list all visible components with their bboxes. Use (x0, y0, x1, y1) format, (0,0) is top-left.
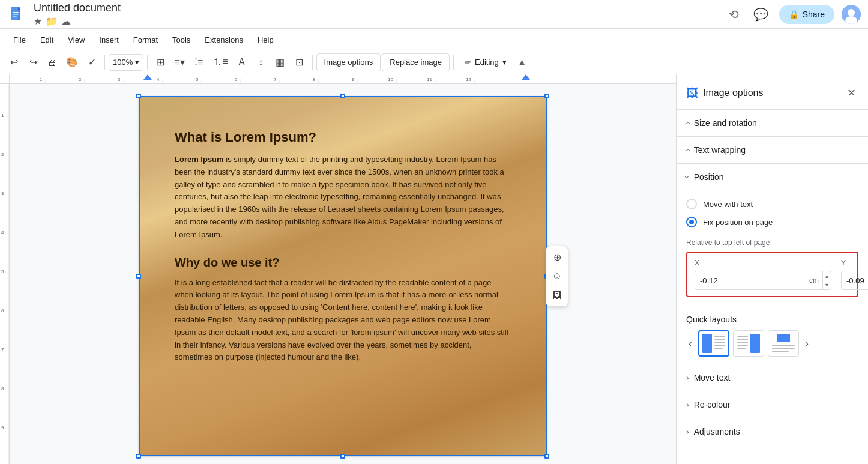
resize-handle-br[interactable] (544, 454, 549, 459)
text-wrapping-chevron: › (683, 149, 692, 152)
relative-label: Relative to top left of page (686, 238, 858, 247)
print-button[interactable]: 🖨 (43, 53, 61, 71)
side-panel-close-button[interactable]: ✕ (845, 84, 858, 102)
float-emoji-button[interactable]: ☺ (549, 268, 565, 285)
x-input[interactable] (695, 274, 806, 288)
svg-text:7: 7 (274, 77, 277, 82)
redo-button[interactable]: ↪ (24, 53, 42, 71)
replace-image-button[interactable]: Replace image (382, 53, 450, 71)
image-options-label: Image options (324, 58, 373, 67)
move-text-row[interactable]: › Move text (677, 364, 868, 391)
doc-title[interactable]: Untitled document (34, 2, 121, 14)
doc-title-area: Untitled document ★ 📁 ☁ (34, 2, 121, 27)
float-add-button[interactable]: ⊕ (549, 249, 565, 265)
vertical-ruler: 1 2 3 4 5 6 7 8 9 10 (0, 84, 10, 464)
resize-handle-ml[interactable] (136, 274, 141, 279)
menu-insert[interactable]: Insert (93, 33, 125, 47)
position-header[interactable]: › Position (677, 164, 868, 190)
fix-position-label: Fix position on page (703, 218, 773, 227)
x-steppers: ▴ ▾ (822, 271, 831, 289)
undo-button[interactable]: ↩ (5, 53, 23, 71)
bold-lorem: Lorem Ipsum (175, 155, 224, 164)
menu-file[interactable]: File (7, 33, 32, 47)
quick-layouts-section: Quick layouts ‹ (677, 307, 868, 364)
menu-edit[interactable]: Edit (34, 33, 59, 47)
crop-button[interactable]: ⊡ (291, 53, 309, 71)
folder-icon[interactable]: 📁 (46, 16, 58, 27)
highlight-button[interactable]: A (233, 53, 251, 71)
bullet-list-button[interactable]: ⁚≡ (190, 53, 208, 71)
resize-handle-tc[interactable] (340, 94, 345, 98)
fix-position-option[interactable]: Fix position on page (686, 213, 858, 231)
history-button[interactable]: ⟲ (725, 4, 743, 25)
cloud-icon[interactable]: ☁ (61, 16, 71, 27)
y-input[interactable] (842, 274, 868, 288)
svg-text:10: 10 (388, 77, 393, 82)
size-rotation-label: Size and rotation (694, 118, 858, 128)
recolour-row[interactable]: › Re-colour (677, 391, 868, 418)
layout-option-2[interactable] (733, 330, 764, 357)
image-options-button[interactable]: Image options (316, 53, 381, 71)
editing-button[interactable]: ✏ Editing ▾ (457, 53, 514, 71)
styles-button[interactable]: ≡▾ (170, 53, 188, 71)
move-text-label: Move text (694, 373, 858, 382)
recolour-chevron: › (686, 400, 689, 409)
resize-handle-tl[interactable] (136, 94, 141, 98)
star-icon[interactable]: ★ (34, 16, 42, 27)
paragraph1-text: is simply dummy text of the printing and… (175, 155, 504, 239)
menu-tools[interactable]: Tools (166, 33, 196, 47)
move-with-text-radio[interactable] (686, 199, 697, 209)
layout-option-3[interactable] (768, 330, 799, 357)
position-chevron: › (683, 176, 692, 179)
menu-extensions[interactable]: Extensions (199, 33, 249, 47)
size-rotation-header[interactable]: › Size and rotation (677, 110, 868, 136)
svg-text:9: 9 (352, 77, 355, 82)
menu-help[interactable]: Help (252, 33, 280, 47)
heading1: What is Lorem Ipsum? (175, 130, 511, 145)
horizontal-ruler: 1 2 3 4 5 6 7 8 9 10 11 12 (10, 74, 676, 84)
svg-text:1: 1 (40, 77, 43, 82)
toolbar-divider-4 (453, 55, 454, 70)
fix-position-radio[interactable] (686, 217, 697, 227)
x-stepper-down[interactable]: ▾ (823, 280, 831, 289)
numbered-list-button[interactable]: ⒈≡ (209, 53, 231, 71)
menu-view[interactable]: View (62, 33, 91, 47)
x-field: X cm ▴ ▾ (695, 259, 831, 290)
layout-option-1[interactable] (698, 330, 729, 357)
paragraph2: It is a long established fact that a rea… (175, 277, 511, 364)
move-with-text-label: Move with text (703, 200, 753, 209)
share-button[interactable]: 🔒 Share (779, 5, 834, 24)
spellcheck-button[interactable]: ✓ (83, 53, 101, 71)
comments-button[interactable]: 💬 (750, 4, 772, 25)
floating-toolbar: ⊕ ☺ 🖼 (546, 246, 568, 307)
zoom-selector[interactable]: 100% ▾ (109, 54, 143, 71)
resize-handle-tr[interactable] (544, 94, 549, 98)
add-page-button[interactable]: ⊞ (151, 53, 169, 71)
paint-format-button[interactable]: 🎨 (62, 53, 82, 71)
svg-rect-52 (714, 348, 723, 349)
move-with-text-option[interactable]: Move with text (686, 195, 858, 213)
svg-text:9: 9 (1, 425, 4, 430)
columns-button[interactable]: ▦ (271, 53, 289, 71)
line-spacing-button[interactable]: ↕ (252, 53, 270, 71)
adjustments-row[interactable]: › Adjustments (677, 418, 868, 445)
text-wrapping-header[interactable]: › Text wrapping (677, 137, 868, 163)
layouts-prev-button[interactable]: ‹ (686, 335, 695, 352)
float-image-button[interactable]: 🖼 (549, 287, 565, 304)
ruler-corner (0, 74, 10, 84)
svg-rect-55 (737, 339, 748, 340)
svg-rect-61 (772, 348, 795, 349)
x-stepper-up[interactable]: ▴ (823, 271, 831, 280)
menu-format[interactable]: Format (127, 33, 164, 47)
layouts-next-button[interactable]: › (803, 335, 811, 352)
svg-rect-57 (737, 345, 748, 346)
position-fields-row: X cm ▴ ▾ Y (695, 259, 850, 290)
svg-rect-5 (13, 16, 17, 17)
zoom-value: 100% (113, 58, 133, 67)
svg-text:5: 5 (1, 269, 4, 274)
resize-handle-bl[interactable] (136, 454, 141, 459)
position-body: Move with text Fix position on page Rela… (677, 190, 868, 307)
toolbar-collapse-button[interactable]: ▲ (515, 55, 529, 70)
toolbar-divider-3 (312, 55, 313, 70)
resize-handle-bc[interactable] (340, 454, 345, 459)
